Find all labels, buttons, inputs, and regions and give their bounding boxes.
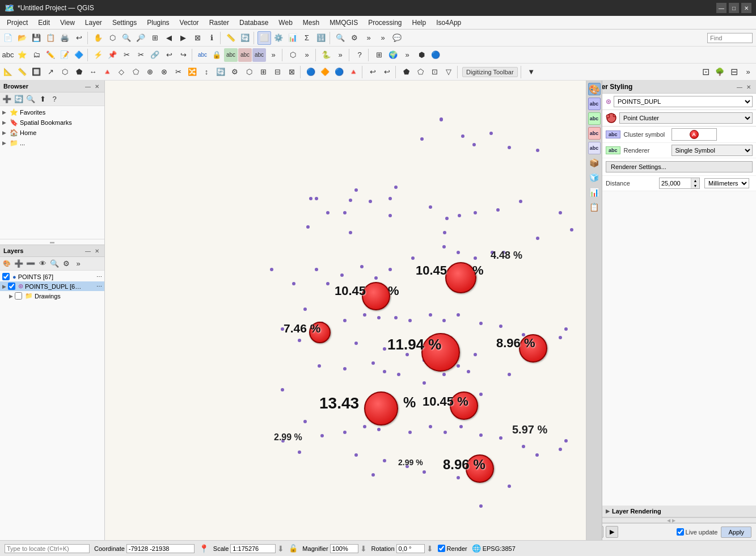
menu-edit[interactable]: Edit <box>33 18 54 28</box>
zoom-next-btn[interactable]: ▶ <box>176 31 190 45</box>
scale-input[interactable] <box>230 544 276 553</box>
side-tab-labels3[interactable]: abc <box>588 127 601 140</box>
menu-plugins[interactable]: Plugins <box>142 18 174 28</box>
find-input[interactable] <box>707 33 753 43</box>
label-more1[interactable]: » <box>267 48 280 62</box>
label-text2[interactable]: abc <box>224 48 238 62</box>
label-lock[interactable]: 🔒 <box>210 48 223 62</box>
digi-btn15[interactable]: ↕ <box>200 65 213 79</box>
layer-item-points67[interactable]: ● POINTS [67] ⋯ <box>0 272 104 281</box>
maximize-button[interactable]: □ <box>729 3 739 13</box>
zoom-full-btn[interactable]: ⊞ <box>148 31 162 45</box>
print-btn[interactable]: 🖨️ <box>58 31 71 45</box>
layer-properties-btn[interactable]: ⚙️ <box>272 31 285 45</box>
plugin-more[interactable]: » <box>333 48 347 62</box>
identify-btn[interactable]: ℹ <box>205 31 218 45</box>
remove-layer-btn[interactable]: ➖ <box>25 258 36 269</box>
digitize-polygon[interactable]: ⬡ <box>286 48 299 62</box>
side-tab-labels[interactable]: abc <box>588 98 601 110</box>
digi-more2[interactable]: 🌳 <box>713 65 727 79</box>
digi-more[interactable]: ⊡ <box>699 65 712 79</box>
menu-settings[interactable]: Settings <box>108 18 141 28</box>
digi-btn13[interactable]: ✂ <box>171 65 185 79</box>
menu-vector[interactable]: Vector <box>175 18 204 28</box>
digi-btn27[interactable]: ↩ <box>380 65 394 79</box>
map-canvas[interactable]: 10.45 % 10.45 % 4.48 % 7.46 % 11.94 % 8.… <box>105 81 586 540</box>
label-btn5[interactable]: 📝 <box>58 48 71 62</box>
label-btn6[interactable]: 🔷 <box>72 48 86 62</box>
digi-btn6[interactable]: ⬟ <box>72 65 86 79</box>
menu-processing[interactable]: Processing <box>364 18 406 28</box>
layout-btn[interactable]: ⊞ <box>372 48 386 62</box>
side-tab-properties[interactable]: 📋 <box>588 201 601 213</box>
label-btn10[interactable]: ✂ <box>134 48 147 62</box>
label-text1[interactable]: abc <box>196 48 209 62</box>
digi-btn22[interactable]: 🔵 <box>304 65 318 79</box>
panel-resize-handle[interactable]: ▬ <box>0 239 104 245</box>
open-layer-style-btn[interactable]: 🎨 <box>1 258 12 269</box>
browser-minimize-btn[interactable]: — <box>84 82 92 90</box>
layout-more[interactable]: » <box>400 48 414 62</box>
side-tab-symbology[interactable]: 🎨 <box>588 94 601 95</box>
distance-input[interactable] <box>660 179 691 187</box>
digitize-more[interactable]: » <box>300 48 314 62</box>
menu-mesh[interactable]: Mesh <box>298 18 324 28</box>
label-btn12[interactable]: ↩ <box>162 48 176 62</box>
layer-item-drawings[interactable]: ▶ 📁 Drawings <box>0 291 104 301</box>
digi-btn19[interactable]: ⊞ <box>256 65 270 79</box>
layers-close-btn[interactable]: ✕ <box>93 247 101 255</box>
digi-btn9[interactable]: ◇ <box>115 65 128 79</box>
styling-close-btn[interactable]: ✕ <box>745 83 753 91</box>
side-tab-charts[interactable]: 📊 <box>588 186 601 199</box>
digi-btn31[interactable]: ▽ <box>442 65 455 79</box>
renderer-type-select[interactable]: Point Cluster <box>619 112 753 124</box>
add-layer-btn[interactable]: ➕ <box>13 258 24 269</box>
minimize-button[interactable]: — <box>716 3 727 13</box>
attribute-table-btn[interactable]: 📊 <box>286 31 299 45</box>
layout-btn3[interactable]: ⬢ <box>415 48 428 62</box>
digi-btn8[interactable]: 🔺 <box>100 65 114 79</box>
pan-btn[interactable]: ✋ <box>91 31 105 45</box>
side-tab-source[interactable]: 📦 <box>588 157 601 169</box>
coordinate-input[interactable] <box>126 544 195 553</box>
browser-item-favorites[interactable]: ▶ ⭐ Favorites <box>0 107 104 117</box>
digi-btn29[interactable]: ⬠ <box>413 65 427 79</box>
digi-btn16[interactable]: 🔄 <box>214 65 227 79</box>
render-checkbox[interactable] <box>438 545 445 552</box>
menu-web[interactable]: Web <box>274 18 297 28</box>
rotation-spinner[interactable]: ⬇ <box>426 544 433 553</box>
zoom-selected-btn[interactable]: ⊠ <box>191 31 204 45</box>
layer-pointsdupl-checkbox[interactable] <box>8 283 15 290</box>
browser-item-home[interactable]: ▶ 🏠 Home <box>0 128 104 138</box>
browser-add-btn[interactable]: ➕ <box>1 94 12 105</box>
layers-minimize-btn[interactable]: — <box>84 247 92 255</box>
label-text3[interactable]: abc <box>238 48 252 62</box>
save-as-btn[interactable]: 📋 <box>44 31 57 45</box>
titlebar-controls[interactable]: — □ ✕ <box>716 3 751 13</box>
zoom-out-btn[interactable]: 🔎 <box>134 31 147 45</box>
digi-btn1[interactable]: 📐 <box>1 65 15 79</box>
scale-spinner[interactable]: ⬇ <box>277 544 284 553</box>
browser-filter-btn[interactable]: 🔍 <box>25 94 36 105</box>
label-btn9[interactable]: ✂ <box>120 48 133 62</box>
python-console[interactable]: 🐍 <box>319 48 333 62</box>
renderer-settings-btn[interactable]: Renderer Settings... <box>606 161 753 172</box>
digi-btn30[interactable]: ⊡ <box>428 65 441 79</box>
label-btn7[interactable]: ⚡ <box>91 48 105 62</box>
browser-close-btn[interactable]: ✕ <box>93 82 101 90</box>
digi-btn2[interactable]: 📏 <box>15 65 29 79</box>
digi-btn21[interactable]: ⊠ <box>285 65 298 79</box>
layer-drawings-checkbox[interactable] <box>15 292 22 300</box>
browser-refresh-btn[interactable]: 🔄 <box>13 94 24 105</box>
menu-mmqgis[interactable]: MMQGIS <box>325 18 362 28</box>
browser-item-bookmarks[interactable]: ▶ 🔖 Spatial Bookmarks <box>0 117 104 128</box>
magnifier-spinner[interactable]: ⬇ <box>360 544 367 553</box>
digi-btn14[interactable]: 🔀 <box>185 65 199 79</box>
label-text4[interactable]: abc <box>252 48 266 62</box>
digi-stack[interactable]: ⊟ <box>727 65 741 79</box>
footer-forward-btn[interactable]: ▶ <box>606 526 618 538</box>
save-project-btn[interactable]: 💾 <box>29 31 43 45</box>
digi-btn7[interactable]: ↔ <box>86 65 100 79</box>
arrow-btn[interactable]: » <box>376 31 390 45</box>
zoom-in-btn[interactable]: 🔍 <box>120 31 133 45</box>
